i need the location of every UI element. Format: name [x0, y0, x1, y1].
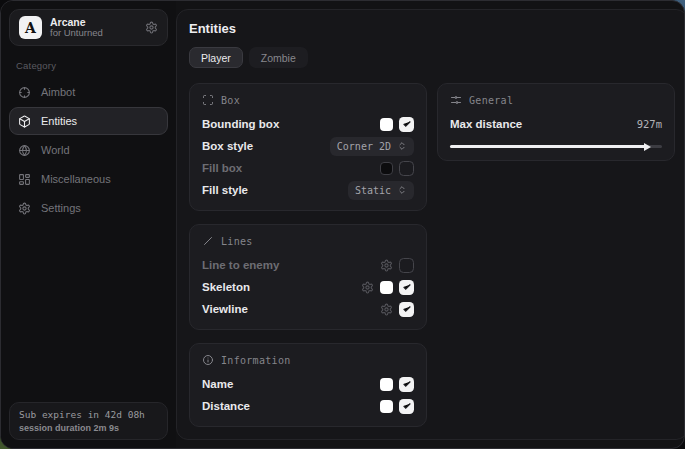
- fill-style-dropdown[interactable]: Static: [348, 181, 414, 200]
- sidebar-item-label: Entities: [41, 115, 77, 127]
- distance-checkbox[interactable]: [399, 399, 414, 414]
- sidebar-item-label: World: [41, 144, 70, 156]
- box-style-dropdown[interactable]: Corner 2D: [330, 137, 414, 156]
- row-skeleton: Skeleton: [202, 276, 414, 298]
- row-label: Max distance: [450, 118, 522, 130]
- sidebar-item-settings[interactable]: Settings: [9, 194, 168, 222]
- info-icon: [202, 354, 214, 366]
- card-title: Information: [221, 355, 291, 366]
- sidebar-item-world[interactable]: World: [9, 136, 168, 164]
- brand-subtitle: for Unturned: [50, 28, 137, 39]
- box-icon: [18, 115, 31, 128]
- row-label: Distance: [202, 400, 250, 412]
- box-card: Box Bounding box Box style Corner 2D: [189, 83, 427, 211]
- max-distance-slider[interactable]: [450, 142, 662, 151]
- tab-zombie[interactable]: Zombie: [249, 47, 308, 68]
- row-label: Skeleton: [202, 281, 250, 293]
- row-line-to-enemy: Line to enemy: [202, 254, 414, 276]
- color-swatch[interactable]: [380, 118, 393, 131]
- subscription-expiry: Sub expires in 42d 08h: [19, 409, 158, 422]
- sidebar-item-label: Settings: [41, 202, 81, 214]
- row-label: Name: [202, 378, 233, 390]
- row-label: Viewline: [202, 303, 248, 315]
- color-swatch[interactable]: [380, 162, 393, 175]
- gear-icon[interactable]: [361, 281, 374, 294]
- tab-player[interactable]: Player: [189, 47, 243, 68]
- app-logo: A: [19, 16, 42, 39]
- information-card-header: Information: [202, 354, 414, 366]
- row-label: Fill style: [202, 184, 248, 196]
- box-card-header: Box: [202, 94, 414, 106]
- sidebar-item-aimbot[interactable]: Aimbot: [9, 78, 168, 106]
- row-fill-box: Fill box: [202, 157, 414, 179]
- color-swatch[interactable]: [380, 281, 393, 294]
- category-label: Category: [16, 60, 168, 71]
- row-box-style: Box style Corner 2D: [202, 135, 414, 157]
- name-checkbox[interactable]: [399, 377, 414, 392]
- lines-card: Lines Line to enemy Skeleton: [189, 224, 427, 330]
- sidebar-item-label: Miscellaneous: [41, 173, 111, 185]
- sidebar-item-miscellaneous[interactable]: Miscellaneous: [9, 165, 168, 193]
- slider-value: 927m: [637, 118, 662, 130]
- dropdown-value: Corner 2D: [337, 141, 391, 152]
- row-name: Name: [202, 373, 414, 395]
- chevrons-up-down-icon: [397, 141, 407, 151]
- crosshair-icon: [18, 86, 31, 99]
- card-title: Box: [221, 95, 240, 106]
- app-window: A Arcane for Unturned Category Aimbot En…: [0, 0, 685, 449]
- card-title: Lines: [221, 236, 253, 247]
- viewline-checkbox[interactable]: [399, 302, 414, 317]
- color-swatch[interactable]: [380, 378, 393, 391]
- sidebar-nav: Aimbot Entities World Miscellaneous Sett…: [9, 78, 168, 222]
- sidebar-item-entities[interactable]: Entities: [9, 107, 168, 135]
- bounding-box-checkbox[interactable]: [399, 117, 414, 132]
- slider-fill: [450, 145, 647, 148]
- brand-card: A Arcane for Unturned: [9, 9, 168, 46]
- slider-thumb-arrow-icon[interactable]: [644, 143, 651, 151]
- gear-icon[interactable]: [380, 303, 393, 316]
- card-title: General: [469, 95, 513, 106]
- subscription-card: Sub expires in 42d 08h session duration …: [9, 402, 168, 440]
- chevrons-up-down-icon: [397, 185, 407, 195]
- dropdown-value: Static: [355, 185, 391, 196]
- information-card: Information Name Distance: [189, 343, 427, 427]
- tab-bar: Player Zombie: [189, 47, 675, 68]
- diagonal-line-icon: [202, 235, 214, 247]
- row-label: Fill box: [202, 162, 242, 174]
- content-columns: Box Bounding box Box style Corner 2D: [189, 83, 675, 427]
- gear-icon: [18, 202, 31, 215]
- page-title: Entities: [189, 21, 675, 36]
- session-duration: session duration 2m 9s: [19, 422, 158, 434]
- line-to-enemy-checkbox[interactable]: [399, 258, 414, 273]
- row-fill-style: Fill style Static: [202, 179, 414, 201]
- row-bounding-box: Bounding box: [202, 113, 414, 135]
- row-viewline: Viewline: [202, 298, 414, 320]
- skeleton-checkbox[interactable]: [399, 280, 414, 295]
- general-card-header: General: [450, 94, 662, 106]
- right-column: General Max distance 927m: [437, 83, 675, 161]
- lines-card-header: Lines: [202, 235, 414, 247]
- sidebar: A Arcane for Unturned Category Aimbot En…: [1, 1, 176, 448]
- fill-box-checkbox[interactable]: [399, 161, 414, 176]
- general-card: General Max distance 927m: [437, 83, 675, 161]
- brand-text: Arcane for Unturned: [50, 16, 137, 39]
- sidebar-item-label: Aimbot: [41, 86, 75, 98]
- row-label: Line to enemy: [202, 259, 279, 271]
- globe-icon: [18, 144, 31, 157]
- left-column: Box Bounding box Box style Corner 2D: [189, 83, 427, 427]
- row-label: Box style: [202, 140, 253, 152]
- gear-icon[interactable]: [380, 259, 393, 272]
- row-distance: Distance: [202, 395, 414, 417]
- main-panel: Entities Player Zombie Box Bounding box: [176, 9, 685, 440]
- sliders-icon: [450, 94, 462, 106]
- scan-icon: [202, 94, 214, 106]
- color-swatch[interactable]: [380, 400, 393, 413]
- row-max-distance: Max distance 927m: [450, 113, 662, 135]
- layout-grid-icon: [18, 173, 31, 186]
- row-label: Bounding box: [202, 118, 279, 130]
- gear-icon[interactable]: [145, 21, 158, 34]
